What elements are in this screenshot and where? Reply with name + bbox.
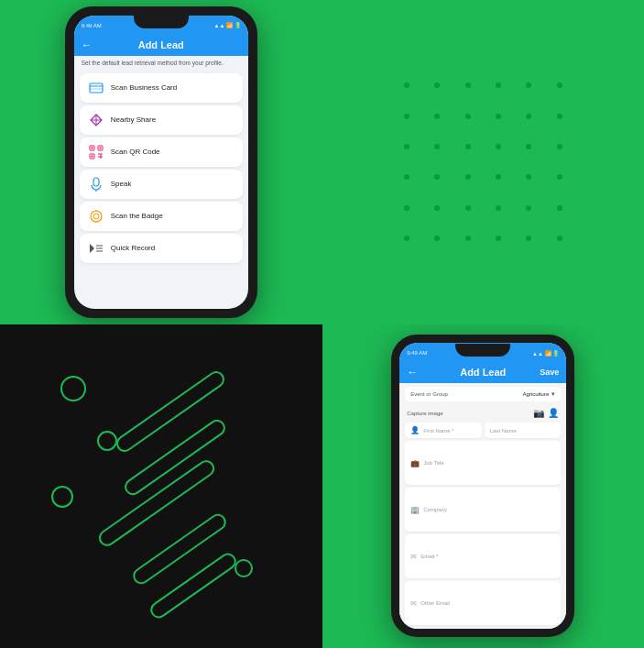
dot	[544, 192, 574, 223]
menu-item-scan-badge[interactable]: Scan the Badge	[80, 202, 243, 231]
phone-notch	[134, 16, 189, 28]
scan-qr-label: Scan QR Code	[111, 148, 160, 156]
scan-qr-icon	[87, 143, 105, 161]
job-title-field[interactable]: 💼 Job Title	[405, 441, 561, 485]
dot	[453, 131, 483, 161]
dot	[483, 162, 513, 192]
phone-menu-screen: 9:49 AM ▲▲ 📶 🔋 ← Add Lead Set the defaul…	[74, 16, 248, 309]
dot	[514, 131, 544, 161]
phone-form-screen: 9:49 AM ▲▲ 📶 🔋 ← Add Lead Save Event or …	[399, 343, 566, 629]
menu-list: Scan Business Card Nearby Share	[74, 70, 248, 309]
speak-label: Speak	[111, 180, 132, 188]
dot	[514, 71, 544, 101]
email-placeholder: Email *	[420, 554, 438, 559]
event-value: Agriculture	[523, 391, 550, 397]
dot	[422, 162, 453, 192]
dot	[514, 101, 544, 131]
dot	[514, 192, 544, 223]
menu-item-scan-qr[interactable]: Scan QR Code	[80, 137, 243, 167]
phone-notch-2	[455, 344, 510, 357]
dot	[453, 101, 483, 131]
phone-header-title: Add Lead	[138, 39, 184, 50]
company-field[interactable]: 🏢 Company	[405, 488, 561, 532]
last-name-placeholder: Last Name	[490, 428, 517, 434]
other-email-placeholder: Other Email	[420, 600, 450, 606]
job-title-placeholder: Job Title	[423, 460, 443, 466]
dot	[422, 71, 453, 101]
chevron-down-icon: ▾	[551, 390, 555, 398]
dot	[544, 131, 574, 161]
first-name-field[interactable]: 👤 First Name *	[405, 423, 482, 438]
dot	[544, 223, 574, 253]
phone-form-header-title: Add Lead	[460, 367, 506, 378]
scan-badge-label: Scan the Badge	[111, 212, 163, 220]
top-left-quadrant: 9:49 AM ▲▲ 📶 🔋 ← Add Lead Set the defaul…	[0, 0, 322, 324]
phone-header: ← Add Lead	[74, 36, 248, 56]
svg-rect-10	[99, 147, 101, 148]
dot	[422, 192, 453, 223]
menu-item-nearby-share[interactable]: Nearby Share	[80, 105, 243, 135]
form-body: Event or Group Agriculture ▾ Capture ima…	[399, 383, 566, 629]
dot-pattern	[391, 71, 574, 254]
back-arrow-icon[interactable]: ←	[82, 38, 93, 51]
dot	[391, 131, 421, 161]
top-right-quadrant	[322, 0, 645, 324]
camera-icon[interactable]: 📷	[533, 408, 544, 418]
other-email-icon: ✉	[410, 599, 417, 608]
dot	[544, 101, 574, 131]
dot	[391, 71, 421, 101]
status-time: 9:49 AM	[82, 23, 102, 28]
svg-point-18	[93, 214, 99, 219]
capture-icons: 📷 👤	[533, 408, 559, 418]
email-icon: ✉	[410, 553, 417, 561]
svg-rect-0	[90, 83, 103, 93]
phone-menu-frame: 9:49 AM ▲▲ 📶 🔋 ← Add Lead Set the defaul…	[65, 6, 257, 318]
stripe-pattern	[42, 357, 280, 614]
dot	[453, 223, 483, 253]
status-icons-2: ▲▲ 📶 🔋	[532, 350, 559, 357]
menu-item-speak[interactable]: Speak	[80, 170, 243, 199]
dot	[483, 223, 513, 253]
svg-marker-21	[90, 244, 94, 253]
phone-form-header: ← Add Lead Save	[399, 363, 566, 383]
dot	[514, 162, 544, 192]
phone-form-frame: 9:49 AM ▲▲ 📶 🔋 ← Add Lead Save Event or …	[391, 335, 574, 637]
dot	[391, 192, 421, 223]
other-email-field[interactable]: ✉ Other Email	[405, 581, 561, 625]
status-icons: ▲▲ 📶 🔋	[214, 22, 241, 28]
company-placeholder: Company	[423, 507, 447, 512]
dot	[391, 162, 421, 192]
person-icon[interactable]: 👤	[548, 408, 559, 418]
quick-record-label: Quick Record	[111, 244, 155, 252]
event-row[interactable]: Event or Group Agriculture ▾	[405, 387, 561, 401]
scan-card-icon	[87, 79, 105, 97]
dot	[544, 71, 574, 101]
circle-3	[51, 486, 73, 508]
dot	[483, 192, 513, 223]
last-name-field[interactable]: Last Name	[485, 423, 562, 438]
back-arrow-2-icon[interactable]: ←	[407, 366, 418, 379]
svg-point-17	[91, 211, 102, 222]
capture-label: Capture image	[407, 411, 442, 416]
bottom-right-quadrant: 9:49 AM ▲▲ 📶 🔋 ← Add Lead Save Event or …	[322, 324, 645, 649]
dot	[483, 131, 513, 161]
briefcase-icon: 💼	[410, 459, 420, 467]
bottom-left-quadrant	[0, 324, 322, 649]
email-field[interactable]: ✉ Email *	[405, 534, 561, 578]
dot	[514, 223, 544, 253]
menu-item-scan-card[interactable]: Scan Business Card	[80, 73, 243, 103]
phone-subtitle: Set the default lead retrieval method fr…	[74, 56, 248, 70]
dot	[544, 162, 574, 192]
save-button[interactable]: Save	[540, 368, 559, 377]
nearby-share-icon	[87, 111, 105, 129]
svg-rect-9	[91, 147, 93, 148]
scan-card-label: Scan Business Card	[111, 83, 177, 92]
svg-rect-11	[91, 155, 93, 157]
event-label: Event or Group	[410, 391, 448, 397]
name-row: 👤 First Name * Last Name	[405, 423, 561, 438]
circle-1	[60, 376, 86, 401]
circle-4	[235, 559, 253, 577]
dot	[391, 223, 421, 253]
menu-item-quick-record[interactable]: Quick Record	[80, 234, 243, 263]
scan-badge-icon	[87, 207, 105, 225]
